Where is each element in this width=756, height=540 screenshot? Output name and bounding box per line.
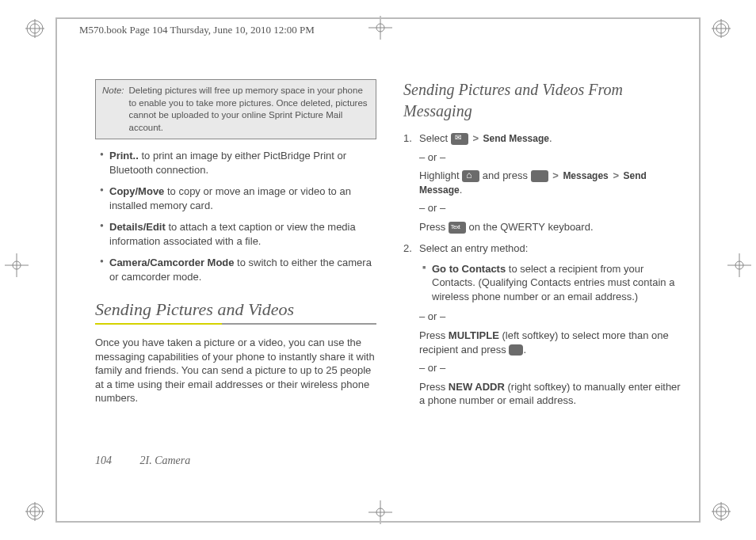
page-footer: 104 2I. Camera (95, 454, 190, 467)
or-separator: – or – (419, 310, 685, 324)
or-separator: – or – (419, 361, 685, 375)
gt-icon: > (552, 169, 559, 181)
bullet-lead: Camera/Camcorder Mode (109, 257, 235, 268)
step-2-head: Select an entry method: (419, 242, 528, 254)
list-item: Details/Edit to attach a text caption or… (100, 220, 376, 248)
section-body: Once you have taken a picture or a video… (95, 336, 376, 405)
press-word: Press (419, 381, 449, 393)
and-press-word: and press (483, 169, 531, 181)
newaddr-label: NEW ADDR (449, 381, 505, 393)
note-text: Deleting pictures will free up memory sp… (129, 85, 370, 134)
page-meta-header: M570.book Page 104 Thursday, June 10, 20… (79, 24, 315, 36)
go-to-contacts-lead: Go to Contacts (432, 263, 506, 275)
right-column: Sending Pictures and Videos From Messagi… (403, 79, 685, 477)
or-separator: – or – (419, 150, 685, 165)
softkey-icon (509, 344, 523, 356)
options-bullet-list: Print.. to print an image by either Pict… (95, 149, 376, 283)
multiple-label: MULTIPLE (449, 329, 499, 341)
menu-send-message: Send Message (483, 133, 549, 144)
crop-line (55, 17, 701, 19)
section-title-from-messaging: Sending Pictures and Videos From Messagi… (403, 79, 685, 122)
crop-line (55, 521, 701, 523)
highlight-word: Highlight (419, 169, 462, 181)
ok-key-icon (531, 170, 548, 182)
home-key-icon (462, 170, 479, 182)
crosshair-icon (368, 16, 392, 40)
bullet-rest: to print an image by either PictBridge P… (109, 150, 346, 176)
menu-messages: Messages (563, 170, 608, 181)
text-key-icon (449, 222, 466, 234)
step-alt-2: Press on the QWERTY keyboard. (419, 220, 685, 234)
bullet-lead: Details/Edit (109, 221, 166, 233)
crosshair-icon (727, 253, 751, 277)
press-word: Press (419, 329, 449, 341)
step-1: Select > Send Message. – or – Highlight … (403, 131, 685, 234)
crop-line (55, 17, 57, 523)
crop-line (699, 17, 701, 523)
page-number: 104 (95, 454, 112, 466)
multiple-para: Press MULTIPLE (left softkey) to select … (419, 329, 685, 356)
bullet-lead: Copy/Move (109, 185, 164, 197)
bullet-lead: Print.. (109, 150, 139, 162)
qwerty-tail: on the QWERTY keyboard. (468, 221, 593, 233)
gt-icon: > (613, 169, 619, 181)
list-item: Copy/Move to copy or move an image or vi… (100, 184, 376, 212)
registration-mark-icon (712, 19, 731, 38)
note-label: Note: (102, 85, 124, 134)
registration-mark-icon (712, 502, 731, 521)
registration-mark-icon (25, 19, 44, 38)
gt-icon: > (472, 132, 479, 144)
multiple-end: . (523, 344, 526, 356)
page-content: Note: Deleting pictures will free up mem… (95, 79, 685, 477)
or-separator: – or – (419, 201, 685, 215)
list-item: Camera/Camcorder Mode to switch to eithe… (100, 256, 376, 283)
step-2: Select an entry method: Go to Contacts t… (403, 241, 685, 407)
list-item: Print.. to print an image by either Pict… (100, 149, 376, 177)
footer-section: 2I. Camera (140, 454, 191, 466)
newaddr-para: Press NEW ADDR (right softkey) to manual… (419, 380, 685, 408)
steps-list: Select > Send Message. – or – Highlight … (403, 131, 685, 408)
step-text: Select (419, 132, 451, 144)
period: . (460, 184, 463, 196)
step-alt-1: Highlight and press > Messages > Send Me… (419, 169, 685, 196)
note-box: Note: Deleting pictures will free up mem… (95, 79, 376, 139)
press-word: Press (419, 221, 449, 233)
registration-mark-icon (25, 502, 44, 521)
step-2-sub-bullet: Go to Contacts to select a recipient fro… (422, 262, 685, 304)
period: . (549, 132, 552, 144)
left-column: Note: Deleting pictures will free up mem… (95, 79, 376, 477)
section-title-sending: Sending Pictures and Videos (95, 298, 376, 321)
title-underline (95, 323, 376, 325)
messaging-key-icon (451, 133, 468, 145)
crosshair-icon (5, 253, 29, 277)
